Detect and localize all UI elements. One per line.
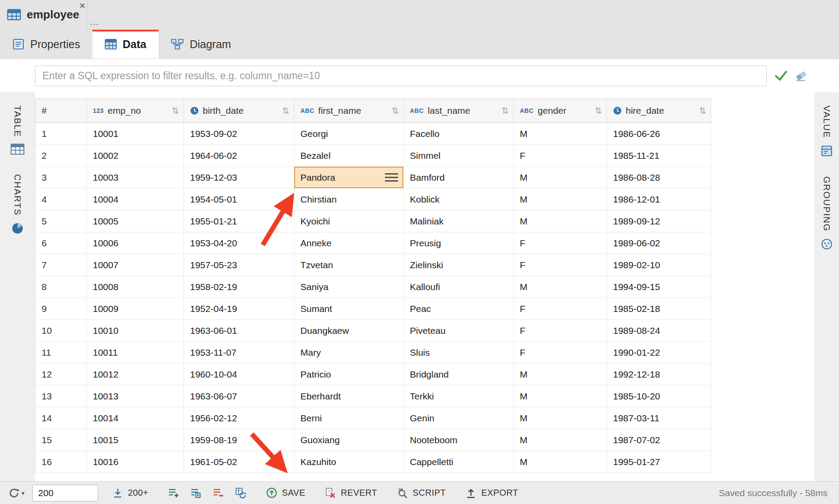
refresh-dropdown-icon[interactable]: ▾ [21,490,25,497]
data-cell[interactable]: 1955-01-21 [184,210,294,232]
data-cell[interactable]: 10007 [87,254,184,276]
data-cell[interactable]: Preusig [404,232,514,254]
data-cell[interactable]: 1985-02-18 [607,298,711,320]
data-cell[interactable]: Piveteau [404,320,514,342]
fetch-next-page-button[interactable]: 200+ [112,487,148,499]
data-cell[interactable]: Saniya [294,276,404,298]
data-cell[interactable]: Terkki [404,385,514,407]
data-cell[interactable]: Berni [294,407,404,429]
data-cell[interactable]: 1963-06-07 [184,385,294,407]
row-number-cell[interactable]: 4 [35,189,87,210]
data-cell[interactable]: M [514,167,607,189]
data-cell[interactable]: 1986-06-26 [607,123,711,145]
data-cell[interactable]: 10006 [87,232,184,254]
data-cell[interactable]: 1985-11-21 [607,145,711,167]
data-cell[interactable]: 1987-07-02 [607,429,711,451]
data-cell[interactable]: 10012 [87,364,184,385]
data-cell[interactable]: Zielinski [404,254,514,276]
row-number-cell[interactable]: 14 [35,407,87,429]
data-cell[interactable]: 1989-02-10 [607,254,711,276]
data-cell[interactable]: 1989-08-24 [607,320,711,342]
revert-button[interactable]: REVERT [324,487,377,499]
sort-icon[interactable]: ⇅ [501,105,509,116]
duplicate-row-icon[interactable] [190,487,202,499]
row-number-cell[interactable]: 2 [35,145,87,167]
clear-filter-icon[interactable] [794,70,808,82]
selected-cell[interactable]: Pandora [294,167,404,189]
data-cell[interactable]: 10004 [87,189,184,210]
tab-properties[interactable]: Properties [0,30,92,59]
panel-tab-value[interactable]: VALUE [821,105,833,157]
row-number-cell[interactable]: 13 [35,385,87,407]
data-cell[interactable]: 10015 [87,429,184,451]
data-cell[interactable]: Chirstian [294,189,404,210]
row-number-cell[interactable]: 9 [35,298,87,320]
data-cell[interactable]: 1954-05-01 [184,189,294,210]
tab-data[interactable]: Data [92,30,159,59]
data-cell[interactable]: M [514,451,607,473]
data-cell[interactable]: Sumant [294,298,404,320]
data-cell[interactable]: Georgi [294,123,404,145]
data-cell[interactable]: 1986-12-01 [607,189,711,210]
data-cell[interactable]: Bezalel [294,145,404,167]
data-cell[interactable]: 10016 [87,451,184,473]
column-header-rownum[interactable]: # [35,99,87,123]
row-number-cell[interactable]: 10 [35,320,87,342]
data-cell[interactable]: Patricio [294,364,404,385]
row-number-cell[interactable]: 16 [35,451,87,473]
row-number-cell[interactable]: 12 [35,364,87,385]
row-limit-input[interactable] [32,485,98,501]
data-cell[interactable]: M [514,407,607,429]
data-cell[interactable]: 10005 [87,210,184,232]
data-cell[interactable]: 10003 [87,167,184,189]
column-header-first_name[interactable]: ABCfirst_name⇅ [294,99,404,123]
tab-employee[interactable]: employee × [0,0,88,29]
data-cell[interactable]: Maliniak [404,210,514,232]
apply-filter-icon[interactable] [774,70,788,81]
data-cell[interactable]: Guoxiang [294,429,404,451]
data-cell[interactable]: 1957-05-23 [184,254,294,276]
data-cell[interactable]: M [514,210,607,232]
data-cell[interactable]: Genin [404,407,514,429]
grid-refresh-icon[interactable] [235,487,247,499]
panel-tab-table[interactable]: TABLE [11,105,25,155]
cell-menu-icon[interactable] [385,173,398,182]
panel-tab-grouping[interactable]: GROUPING [821,176,833,250]
data-cell[interactable]: Facello [404,123,514,145]
data-cell[interactable]: Nooteboom [404,429,514,451]
data-cell[interactable]: 1956-02-12 [184,407,294,429]
data-cell[interactable]: 10009 [87,298,184,320]
data-cell[interactable]: 1960-10-04 [184,364,294,385]
column-header-birth_date[interactable]: birth_date⇅ [184,99,294,123]
data-cell[interactable]: M [514,276,607,298]
row-number-cell[interactable]: 1 [35,123,87,145]
data-cell[interactable]: 1987-03-11 [607,407,711,429]
column-header-last_name[interactable]: ABClast_name⇅ [404,99,514,123]
data-cell[interactable]: F [514,320,607,342]
column-header-hire_date[interactable]: hire_date⇅ [607,99,711,123]
close-tab-icon[interactable]: × [79,0,85,11]
data-cell[interactable]: 1961-05-02 [184,451,294,473]
data-cell[interactable]: 1989-06-02 [607,232,711,254]
data-cell[interactable]: Tzvetan [294,254,404,276]
sort-icon[interactable]: ⇅ [391,105,399,116]
data-cell[interactable]: M [514,189,607,210]
row-number-cell[interactable]: 3 [35,167,87,189]
data-cell[interactable]: 10008 [87,276,184,298]
data-cell[interactable]: Kyoichi [294,210,404,232]
data-cell[interactable]: 1986-08-28 [607,167,711,189]
data-cell[interactable]: 10013 [87,385,184,407]
sort-icon[interactable]: ⇅ [699,105,706,116]
row-number-cell[interactable]: 6 [35,232,87,254]
data-cell[interactable]: F [514,232,607,254]
data-cell[interactable]: 10011 [87,342,184,364]
data-cell[interactable]: Duangkaew [294,320,404,342]
data-cell[interactable]: 1995-01-27 [607,451,711,473]
data-cell[interactable]: 1952-04-19 [184,298,294,320]
data-cell[interactable]: Eberhardt [294,385,404,407]
data-cell[interactable]: Cappelletti [404,451,514,473]
data-cell[interactable]: Mary [294,342,404,364]
row-number-cell[interactable]: 11 [35,342,87,364]
data-cell[interactable]: F [514,254,607,276]
data-cell[interactable]: 1963-06-01 [184,320,294,342]
